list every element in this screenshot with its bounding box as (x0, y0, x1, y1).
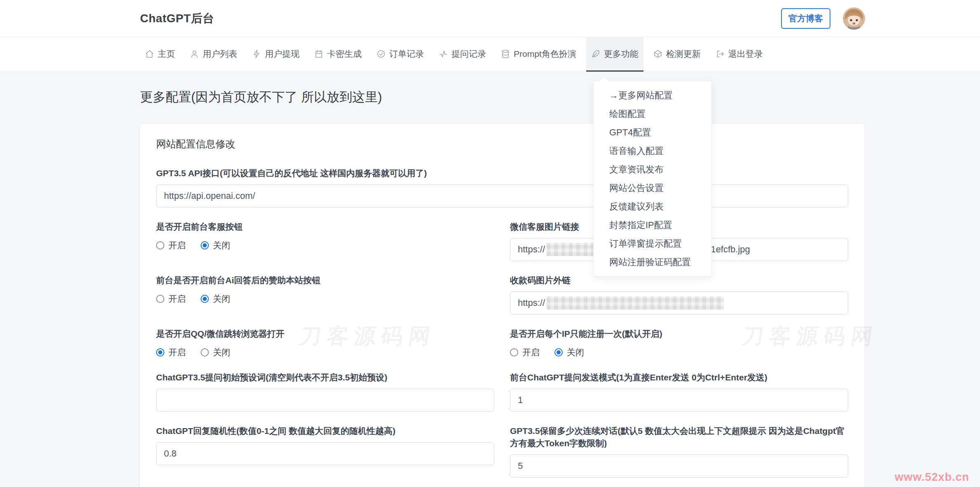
radio-option-on[interactable]: 开启 (510, 347, 540, 358)
nav-label: 用户列表 (203, 48, 237, 60)
package-icon (653, 49, 662, 58)
field-preset-words: ChatGPT3.5提问初始预设词(清空则代表不开启3.5初始预设) (156, 371, 494, 412)
radio-option-on[interactable]: 开启 (156, 347, 186, 358)
field-label: 是否开启每个IP只能注册一次(默认开启) (510, 328, 848, 340)
nav-item-withdraw[interactable]: 用户提现 (247, 37, 304, 72)
nav-item-more-features[interactable]: 更多功能 (586, 37, 643, 72)
radio-option-off[interactable]: 关闭 (201, 347, 230, 358)
more-features-dropdown: →更多网站配置 绘图配置 GPT4配置 语音输入配置 文章资讯发布 网站公告设置… (593, 81, 712, 277)
nav-label: 更多功能 (604, 48, 639, 60)
radio-unchecked[interactable] (510, 348, 518, 357)
activity-icon (439, 49, 448, 58)
form-row: 是否开启前台客服按钮 开启 关闭 微信客服图片链接 (156, 221, 848, 261)
qq-jump-radio-group: 开启 关闭 (156, 347, 494, 358)
main-content: 更多配置(因为首页放不下了 所以放到这里) 网站配置信息修改 GPT3.5 AP… (0, 89, 980, 487)
nav-label: 订单记录 (389, 48, 424, 60)
nav-label: 退出登录 (728, 48, 763, 60)
ip-register-radio-group: 开启 关闭 (510, 347, 848, 358)
form-row: ChatGPT3.5提问初始预设词(清空则代表不开启3.5初始预设) 前台Cha… (156, 371, 848, 412)
radio-checked[interactable] (201, 241, 209, 249)
field-label: GPT3.5保留多少次连续对话(默认5 数值太大会出现上下文超限提示 因为这是C… (510, 425, 848, 450)
header-right: 官方博客 (781, 7, 865, 30)
nav-label: Prompt角色扮演 (514, 48, 576, 60)
header: ChatGPT后台 官方博客 (0, 0, 980, 37)
input-text: https:// (518, 244, 545, 255)
field-label: 是否开启QQ/微信跳转浏览器打开 (156, 328, 494, 340)
field-label: 前台ChatGPT提问发送模式(1为直接Enter发送 0为Ctrl+Enter… (510, 371, 848, 384)
form-row: ChatGPT回复随机性(数值0-1之间 数值越大回复的随机性越高) GPT3.… (156, 425, 848, 478)
radio-label: 开启 (168, 347, 186, 358)
dropdown-item-register-captcha-config[interactable]: 网站注册验证码配置 (594, 253, 711, 271)
card-title: 网站配置信息修改 (156, 137, 848, 151)
api-endpoint-input[interactable] (156, 184, 848, 207)
database-icon (501, 49, 510, 58)
radio-option-off[interactable]: 关闭 (554, 347, 584, 358)
nav-item-card-gen[interactable]: 卡密生成 (309, 37, 367, 72)
field-payment-image: 收款码图片外链 https:// (510, 274, 848, 315)
dropdown-item-drawing-config[interactable]: 绘图配置 (594, 105, 711, 123)
radio-label: 关闭 (213, 240, 230, 251)
field-sponsor-toggle: 前台是否开启前台Ai回答后的赞助本站按钮 开启 关闭 (156, 274, 494, 305)
nav-label: 检测更新 (666, 48, 701, 60)
dropdown-item-article-publish[interactable]: 文章资讯发布 (594, 160, 711, 179)
field-label: ChatGPT回复随机性(数值0-1之间 数值越大回复的随机性越高) (156, 425, 494, 437)
nav-label: 主页 (158, 48, 175, 60)
form-row: 是否开启QQ/微信跳转浏览器打开 开启 关闭 是否开启每个IP只能注册一次(默认 (156, 328, 848, 358)
field-randomness: ChatGPT回复随机性(数值0-1之间 数值越大回复的随机性越高) (156, 425, 494, 465)
radio-unchecked[interactable] (201, 348, 209, 357)
main-nav: 主页 用户列表 用户提现 卡密生成 订单记录 (0, 37, 980, 72)
nav-item-home[interactable]: 主页 (140, 37, 180, 72)
radio-unchecked[interactable] (156, 241, 164, 249)
radio-checked[interactable] (201, 295, 209, 303)
dropdown-item-ban-ip-config[interactable]: 封禁指定IP配置 (594, 216, 711, 234)
sponsor-radio-group: 开启 关闭 (156, 293, 494, 305)
dropdown-item-feedback-list[interactable]: 反馈建议列表 (594, 197, 711, 216)
calendar-icon (314, 49, 323, 58)
field-label: 前台是否开启前台Ai回答后的赞助本站按钮 (156, 274, 494, 287)
send-mode-input[interactable] (510, 389, 848, 412)
field-context-count: GPT3.5保留多少次连续对话(默认5 数值太大会出现上下文超限提示 因为这是C… (510, 425, 848, 478)
user-avatar[interactable] (843, 7, 865, 30)
avatar-image (843, 7, 865, 30)
nav-label: 卡密生成 (327, 48, 362, 60)
nav-label: 用户提现 (265, 48, 299, 60)
page-title: 更多配置(因为首页放不下了 所以放到这里) (140, 89, 980, 106)
radio-unchecked[interactable] (156, 295, 164, 303)
field-ip-register-toggle: 是否开启每个IP只能注册一次(默认开启) 开启 关闭 (510, 328, 848, 358)
randomness-input[interactable] (156, 442, 494, 465)
radio-label: 开启 (168, 240, 186, 251)
dropdown-item-site-announcement[interactable]: 网站公告设置 (594, 179, 711, 197)
dropdown-caret (600, 76, 609, 86)
field-kefu-toggle: 是否开启前台客服按钮 开启 关闭 (156, 221, 494, 251)
check-circle-icon (377, 49, 386, 58)
field-label: ChatGPT3.5提问初始预设词(清空则代表不开启3.5初始预设) (156, 371, 494, 384)
radio-option-on[interactable]: 开启 (156, 293, 186, 305)
preset-words-input[interactable] (156, 389, 494, 412)
dropdown-item-order-popup-config[interactable]: 订单弹窗提示配置 (594, 234, 711, 253)
context-count-input[interactable] (510, 454, 848, 478)
nav-item-prompt-roleplay[interactable]: Prompt角色扮演 (496, 37, 581, 72)
field-label: 是否开启前台客服按钮 (156, 221, 494, 233)
input-text: https:// (518, 298, 545, 308)
dropdown-item-gpt4-config[interactable]: GPT4配置 (594, 123, 711, 142)
radio-option-off[interactable]: 关闭 (201, 240, 230, 251)
radio-option-off[interactable]: 关闭 (201, 293, 230, 305)
dropdown-item-voice-input-config[interactable]: 语音输入配置 (594, 142, 711, 160)
bolt-icon (252, 49, 261, 58)
radio-option-on[interactable]: 开启 (156, 240, 186, 251)
radio-checked[interactable] (554, 348, 563, 357)
nav-item-orders[interactable]: 订单记录 (372, 37, 429, 72)
nav-item-question-log[interactable]: 提问记录 (434, 37, 491, 72)
app-title: ChatGPT后台 (140, 11, 214, 26)
payment-image-input[interactable]: https:// (510, 291, 848, 315)
radio-checked[interactable] (156, 348, 164, 357)
nav-item-check-update[interactable]: 检测更新 (648, 37, 706, 72)
nav-item-logout[interactable]: 退出登录 (711, 37, 768, 72)
dropdown-item-more-site-config[interactable]: →更多网站配置 (594, 86, 711, 105)
page-root: ChatGPT后台 官方博客 主页 (0, 0, 980, 487)
field-qq-jump-toggle: 是否开启QQ/微信跳转浏览器打开 开启 关闭 (156, 328, 494, 358)
official-blog-button[interactable]: 官方博客 (781, 8, 830, 29)
radio-label: 开启 (168, 293, 186, 305)
kefu-radio-group: 开启 关闭 (156, 240, 494, 251)
nav-item-user-list[interactable]: 用户列表 (185, 37, 242, 72)
